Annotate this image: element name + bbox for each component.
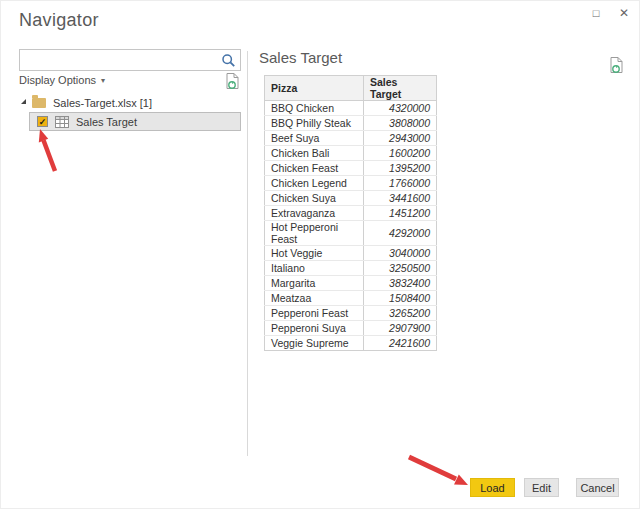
table-row: Chicken Legend1766000 xyxy=(265,176,437,191)
cell-pizza: Chicken Feast xyxy=(265,161,364,176)
cell-pizza: Hot Pepperoni Feast xyxy=(265,221,364,246)
cell-sales-target: 3808000 xyxy=(364,116,437,131)
close-icon[interactable]: ✕ xyxy=(613,4,635,22)
cell-sales-target: 2943000 xyxy=(364,131,437,146)
cell-pizza: Chicken Suya xyxy=(265,191,364,206)
table-row: Chicken Suya3441600 xyxy=(265,191,437,206)
table-row: Hot Veggie3040000 xyxy=(265,246,437,261)
table-icon xyxy=(55,116,69,128)
table-row: Margarita3832400 xyxy=(265,276,437,291)
search-box xyxy=(19,49,241,71)
page-title: Navigator xyxy=(19,10,99,31)
refresh-list-icon[interactable] xyxy=(225,72,240,90)
search-input[interactable] xyxy=(24,51,214,69)
cell-pizza: Beef Suya xyxy=(265,131,364,146)
cell-sales-target: 1600200 xyxy=(364,146,437,161)
table-row: Pepperoni Suya2907900 xyxy=(265,321,437,336)
cell-sales-target: 1395200 xyxy=(364,161,437,176)
annotation-arrow-load xyxy=(404,451,474,491)
table-row: Veggie Supreme2421600 xyxy=(265,336,437,351)
cell-sales-target: 3250500 xyxy=(364,261,437,276)
cell-pizza: BBQ Chicken xyxy=(265,101,364,116)
table-row: Hot Pepperoni Feast4292000 xyxy=(265,221,437,246)
tree-item-workbook-label: Sales-Target.xlsx [1] xyxy=(53,97,152,109)
tree-item-workbook[interactable]: Sales-Target.xlsx [1] xyxy=(19,94,241,111)
table-row: Italiano3250500 xyxy=(265,261,437,276)
cell-sales-target: 4292000 xyxy=(364,221,437,246)
navigator-dialog: { "window": { "title": "Navigator", "max… xyxy=(0,0,640,509)
cell-sales-target: 2421600 xyxy=(364,336,437,351)
load-button[interactable]: Load xyxy=(470,478,515,497)
cell-sales-target: 3265200 xyxy=(364,306,437,321)
cell-pizza: Chicken Legend xyxy=(265,176,364,191)
cell-sales-target: 3040000 xyxy=(364,246,437,261)
cancel-button[interactable]: Cancel xyxy=(576,478,619,497)
cell-pizza: Pepperoni Suya xyxy=(265,321,364,336)
table-row: BBQ Chicken4320000 xyxy=(265,101,437,116)
tree-item-sales-target[interactable]: ✓ Sales Target xyxy=(29,112,241,131)
display-options-dropdown[interactable]: Display Options▾ xyxy=(19,74,105,86)
table-row: Chicken Bali1600200 xyxy=(265,146,437,161)
cell-sales-target: 1766000 xyxy=(364,176,437,191)
table-row: Pepperoni Feast3265200 xyxy=(265,306,437,321)
table-row: Beef Suya2943000 xyxy=(265,131,437,146)
cell-sales-target: 2907900 xyxy=(364,321,437,336)
cell-pizza: Chicken Bali xyxy=(265,146,364,161)
table-row: Chicken Feast1395200 xyxy=(265,161,437,176)
maximize-icon[interactable]: □ xyxy=(585,4,607,22)
display-options-label: Display Options xyxy=(19,74,96,86)
preview-title: Sales Target xyxy=(259,49,342,66)
cell-pizza: Meatzaa xyxy=(265,291,364,306)
cell-pizza: Hot Veggie xyxy=(265,246,364,261)
tree-expander-icon[interactable] xyxy=(21,99,26,104)
annotation-arrow-checkbox xyxy=(29,125,65,177)
cell-sales-target: 3441600 xyxy=(364,191,437,206)
navigator-tree: Sales-Target.xlsx [1] ✓ Sales Target xyxy=(19,94,241,131)
cell-pizza: Veggie Supreme xyxy=(265,336,364,351)
folder-icon xyxy=(32,98,46,108)
tree-item-sales-target-label: Sales Target xyxy=(76,116,137,128)
cell-sales-target: 1508400 xyxy=(364,291,437,306)
search-icon[interactable] xyxy=(221,53,236,68)
refresh-preview-icon[interactable] xyxy=(609,56,624,74)
preview-table: Pizza Sales Target BBQ Chicken4320000BBQ… xyxy=(264,75,437,351)
cell-sales-target: 3832400 xyxy=(364,276,437,291)
column-header-sales-target: Sales Target xyxy=(364,76,437,101)
cell-pizza: Extravaganza xyxy=(265,206,364,221)
cell-pizza: Italiano xyxy=(265,261,364,276)
pane-divider xyxy=(247,51,248,456)
cell-pizza: Pepperoni Feast xyxy=(265,306,364,321)
edit-button[interactable]: Edit xyxy=(524,478,559,497)
cell-sales-target: 1451200 xyxy=(364,206,437,221)
checkbox-checked-icon[interactable]: ✓ xyxy=(37,116,48,127)
table-row: BBQ Philly Steak3808000 xyxy=(265,116,437,131)
cell-pizza: BBQ Philly Steak xyxy=(265,116,364,131)
table-row: Extravaganza1451200 xyxy=(265,206,437,221)
table-row: Meatzaa1508400 xyxy=(265,291,437,306)
cell-pizza: Margarita xyxy=(265,276,364,291)
chevron-down-icon: ▾ xyxy=(101,76,105,85)
column-header-pizza: Pizza xyxy=(265,76,364,101)
cell-sales-target: 4320000 xyxy=(364,101,437,116)
